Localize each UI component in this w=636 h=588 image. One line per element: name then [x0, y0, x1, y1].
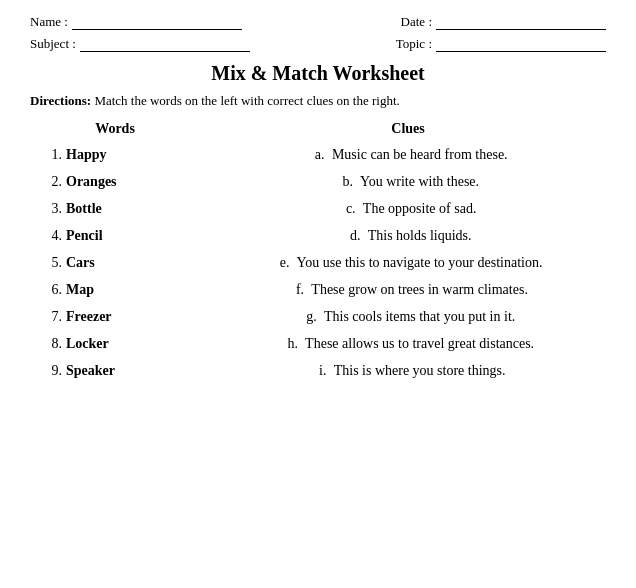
clues-column: Clues a. Music can be heard from these.b… [190, 121, 606, 390]
word-item: 5.Cars [40, 255, 190, 271]
word-item: 6.Map [40, 282, 190, 298]
words-header: Words [40, 121, 190, 137]
word-item: 7.Freezer [40, 309, 190, 325]
words-list: 1.Happy2.Oranges3.Bottle4.Pencil5.Cars6.… [40, 147, 190, 379]
clue-item: e. You use this to navigate to your dest… [210, 255, 606, 271]
word-num: 8. [40, 336, 62, 352]
word-text: Bottle [66, 201, 102, 217]
word-item: 2.Oranges [40, 174, 190, 190]
name-input-line[interactable] [72, 14, 242, 30]
date-field: Date : [401, 14, 606, 30]
word-text: Speaker [66, 363, 115, 379]
word-item: 9.Speaker [40, 363, 190, 379]
clue-text: These allows us to travel great distance… [302, 336, 534, 352]
date-input-line[interactable] [436, 14, 606, 30]
word-num: 2. [40, 174, 62, 190]
clue-letter: d. [344, 228, 360, 244]
clue-letter: i. [310, 363, 326, 379]
subject-field: Subject : [30, 36, 250, 52]
topic-field: Topic : [396, 36, 606, 52]
subject-input-line[interactable] [80, 36, 250, 52]
clue-letter: h. [282, 336, 298, 352]
clue-letter: f. [288, 282, 304, 298]
clue-text: This holds liquids. [364, 228, 471, 244]
main-columns: Words 1.Happy2.Oranges3.Bottle4.Pencil5.… [30, 121, 606, 390]
clue-item: i. This is where you store things. [210, 363, 606, 379]
clue-item: g. This cools items that you put in it. [210, 309, 606, 325]
word-item: 1.Happy [40, 147, 190, 163]
word-num: 3. [40, 201, 62, 217]
page: Name : Date : Subject : Topic : Mix & Ma… [0, 0, 636, 404]
clue-text: The opposite of sad. [360, 201, 477, 217]
page-title: Mix & Match Worksheet [30, 62, 606, 85]
clue-item: c. The opposite of sad. [210, 201, 606, 217]
clue-text: This is where you store things. [330, 363, 505, 379]
date-label: Date : [401, 14, 432, 30]
word-item: 4.Pencil [40, 228, 190, 244]
word-text: Cars [66, 255, 95, 271]
word-num: 5. [40, 255, 62, 271]
clue-item: d. This holds liquids. [210, 228, 606, 244]
clue-text: This cools items that you put in it. [321, 309, 516, 325]
subject-label: Subject : [30, 36, 76, 52]
clue-item: a. Music can be heard from these. [210, 147, 606, 163]
word-text: Happy [66, 147, 106, 163]
clue-text: These grow on trees in warm climates. [308, 282, 528, 298]
clue-letter: g. [301, 309, 317, 325]
word-num: 6. [40, 282, 62, 298]
word-item: 8.Locker [40, 336, 190, 352]
word-num: 7. [40, 309, 62, 325]
clue-item: b. You write with these. [210, 174, 606, 190]
word-text: Oranges [66, 174, 117, 190]
word-num: 9. [40, 363, 62, 379]
directions: Directions: Match the words on the left … [30, 93, 606, 109]
word-num: 1. [40, 147, 62, 163]
clue-text: Music can be heard from these. [328, 147, 507, 163]
word-text: Freezer [66, 309, 112, 325]
word-text: Pencil [66, 228, 103, 244]
word-text: Map [66, 282, 94, 298]
form-bottom-row: Subject : Topic : [30, 36, 606, 52]
form-top-row: Name : Date : [30, 14, 606, 30]
name-label: Name : [30, 14, 68, 30]
clues-list: a. Music can be heard from these.b. You … [210, 147, 606, 379]
clue-item: f. These grow on trees in warm climates. [210, 282, 606, 298]
name-field: Name : [30, 14, 242, 30]
clue-text: You write with these. [357, 174, 479, 190]
clues-header: Clues [210, 121, 606, 137]
clue-text: You use this to navigate to your destina… [294, 255, 543, 271]
topic-label: Topic : [396, 36, 432, 52]
word-text: Locker [66, 336, 109, 352]
directions-text: Match the words on the left with correct… [91, 93, 400, 108]
clue-letter: c. [340, 201, 356, 217]
word-num: 4. [40, 228, 62, 244]
directions-label: Directions: [30, 93, 91, 108]
clue-letter: e. [274, 255, 290, 271]
words-column: Words 1.Happy2.Oranges3.Bottle4.Pencil5.… [30, 121, 190, 390]
topic-input-line[interactable] [436, 36, 606, 52]
clue-letter: a. [308, 147, 324, 163]
word-item: 3.Bottle [40, 201, 190, 217]
clue-item: h. These allows us to travel great dista… [210, 336, 606, 352]
clue-letter: b. [337, 174, 353, 190]
